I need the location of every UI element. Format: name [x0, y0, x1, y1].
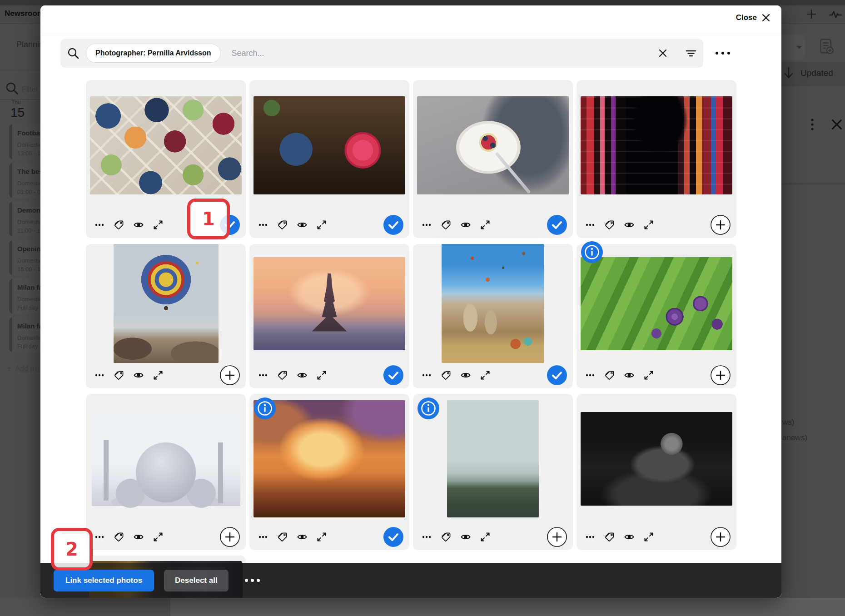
tags-icon[interactable] — [604, 532, 615, 542]
close-button[interactable]: Close — [736, 13, 770, 22]
photo-thumbnail[interactable] — [114, 244, 219, 363]
photo-thumbnail[interactable] — [92, 412, 240, 506]
search-icon — [67, 47, 80, 60]
photo-thumbnail[interactable] — [442, 244, 544, 363]
photo-card — [413, 80, 573, 238]
selected-check-button[interactable] — [383, 527, 403, 547]
more-options-icon[interactable] — [94, 532, 105, 542]
tags-icon[interactable] — [441, 532, 452, 542]
search-more-options-button[interactable] — [715, 52, 731, 55]
info-badge-icon[interactable] — [581, 241, 603, 263]
filter-icon[interactable] — [685, 47, 697, 59]
expand-icon[interactable] — [643, 370, 654, 381]
photo-card — [86, 394, 246, 550]
expand-icon[interactable] — [316, 370, 327, 381]
more-options-icon[interactable] — [421, 370, 432, 381]
expand-icon[interactable] — [153, 370, 164, 381]
more-options-icon[interactable] — [258, 219, 268, 230]
search-bar[interactable]: Photographer: Pernilla Arvidsson — [60, 39, 703, 68]
preview-eye-icon[interactable] — [297, 532, 308, 542]
photo-thumbnail[interactable] — [581, 257, 732, 350]
add-photo-button[interactable] — [547, 527, 567, 547]
search-input[interactable] — [231, 48, 641, 59]
tags-icon[interactable] — [441, 370, 452, 381]
add-photo-button[interactable] — [220, 365, 240, 385]
more-options-icon[interactable] — [585, 532, 596, 542]
selected-check-button[interactable] — [547, 215, 567, 235]
photo-thumbnail[interactable] — [254, 257, 405, 350]
add-photo-button[interactable] — [711, 527, 731, 547]
event-accent-bar — [9, 124, 12, 159]
selected-check-button[interactable] — [547, 365, 567, 385]
preview-eye-icon[interactable] — [460, 370, 471, 381]
more-options-icon[interactable] — [94, 219, 105, 230]
info-badge-icon[interactable] — [254, 397, 276, 419]
card-actions — [86, 362, 246, 388]
add-photo-button[interactable] — [711, 365, 731, 385]
more-options-icon[interactable] — [421, 532, 432, 542]
photo-thumbnail[interactable] — [254, 96, 405, 194]
photo-card — [249, 80, 409, 238]
more-options-icon[interactable] — [258, 532, 268, 542]
photo-thumbnail[interactable] — [581, 96, 732, 194]
tags-icon[interactable] — [277, 370, 288, 381]
clear-search-icon[interactable] — [657, 47, 669, 59]
planning-event-card: Milan fas Domestic Full day — [9, 317, 44, 353]
photo-card — [577, 80, 736, 238]
selected-check-button[interactable] — [383, 365, 403, 385]
add-to-list-icon — [817, 37, 835, 55]
event-time: Full day — [17, 304, 38, 311]
more-options-icon[interactable] — [585, 370, 596, 381]
photo-thumbnail[interactable] — [90, 96, 242, 194]
deselect-all-button[interactable]: Deselect all — [164, 570, 229, 591]
footer-more-options-button[interactable] — [245, 579, 260, 582]
photo-thumbnail[interactable] — [254, 400, 405, 517]
preview-eye-icon[interactable] — [624, 532, 635, 542]
add-plan-label: Add plan — [15, 365, 44, 373]
more-options-icon[interactable] — [94, 370, 105, 381]
tags-icon[interactable] — [277, 532, 288, 542]
preview-eye-icon[interactable] — [133, 370, 144, 381]
tags-icon[interactable] — [441, 219, 452, 230]
expand-icon[interactable] — [153, 219, 164, 230]
expand-icon[interactable] — [480, 219, 491, 230]
tags-icon[interactable] — [604, 370, 615, 381]
preview-eye-icon[interactable] — [624, 370, 635, 381]
planning-event-card: Milan fas Domestic Full day — [9, 278, 44, 314]
info-badge-icon[interactable] — [418, 397, 439, 419]
expand-icon[interactable] — [480, 370, 491, 381]
preview-eye-icon[interactable] — [133, 219, 144, 230]
expand-icon[interactable] — [316, 219, 327, 230]
preview-eye-icon[interactable] — [133, 532, 144, 542]
add-photo-button[interactable] — [711, 215, 731, 235]
preview-eye-icon[interactable] — [460, 219, 471, 230]
event-accent-bar — [9, 317, 12, 353]
add-photo-button[interactable] — [220, 527, 240, 547]
background-close-icon — [830, 118, 843, 131]
background-bottom-left-strip — [0, 598, 170, 616]
tags-icon[interactable] — [604, 219, 615, 230]
tags-icon[interactable] — [114, 370, 124, 381]
tags-icon[interactable] — [114, 219, 124, 230]
tags-icon[interactable] — [114, 532, 124, 542]
expand-icon[interactable] — [153, 532, 164, 542]
expand-icon[interactable] — [643, 219, 654, 230]
tags-icon[interactable] — [277, 219, 288, 230]
preview-eye-icon[interactable] — [297, 219, 308, 230]
photo-thumbnail[interactable] — [581, 412, 732, 506]
preview-eye-icon[interactable] — [297, 370, 308, 381]
preview-eye-icon[interactable] — [460, 532, 471, 542]
expand-icon[interactable] — [643, 532, 654, 542]
search-filter-chip[interactable]: Photographer: Pernilla Arvidsson — [86, 44, 221, 63]
selected-check-button[interactable] — [383, 215, 403, 235]
expand-icon[interactable] — [316, 532, 327, 542]
preview-eye-icon[interactable] — [624, 219, 635, 230]
more-options-icon[interactable] — [585, 219, 596, 230]
card-actions — [577, 212, 736, 238]
more-options-icon[interactable] — [421, 219, 432, 230]
photo-thumbnail[interactable] — [417, 96, 569, 194]
photo-thumbnail[interactable] — [447, 400, 539, 517]
expand-icon[interactable] — [480, 532, 491, 542]
link-selected-photos-button[interactable]: Link selected photos — [54, 570, 154, 591]
more-options-icon[interactable] — [258, 370, 268, 381]
